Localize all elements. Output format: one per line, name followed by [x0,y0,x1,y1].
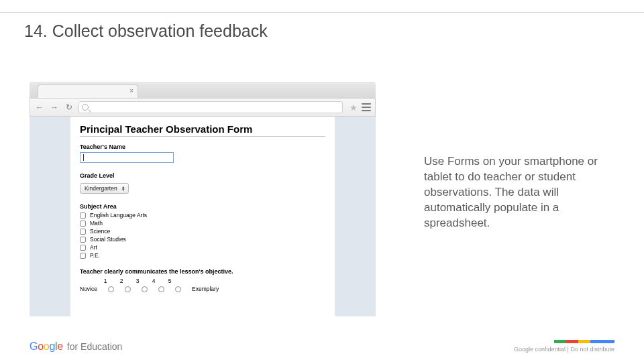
slide-body-text: Use Forms on your smartphone or tablet t… [424,154,612,231]
form-title: Principal Teacher Observation Form [80,123,325,135]
radio[interactable] [125,286,131,292]
checkbox-label: Social Studies [90,236,126,243]
subject-checklist: English Language Arts Math Science Socia… [80,212,325,259]
checkbox-label: P.E. [90,252,100,259]
forward-button[interactable]: → [49,102,60,113]
checkbox-label: Art [90,244,97,251]
slide-heading: 14. Collect observation feedback [24,21,268,41]
checkbox[interactable] [80,221,86,227]
question-objective-label: Teacher clearly communicates the lesson'… [80,268,325,275]
browser-tabbar: × [30,82,376,98]
brand-color-strip [514,340,614,343]
confidential-text: Google confidential | Do not distribute [514,346,614,353]
radio[interactable] [108,286,114,292]
reload-button[interactable]: ↻ [64,102,74,113]
list-item: Social Studies [80,236,325,243]
question-subject-area-label: Subject Area [80,203,325,210]
close-icon[interactable]: × [129,87,133,95]
browser-tab[interactable]: × [38,84,138,98]
scale-num: 5 [167,278,172,284]
list-item: Math [80,220,325,227]
browser-window: × ← → ↻ ★ Principal Teacher Observation … [30,82,376,316]
brand-suffix: for Education [67,341,123,352]
address-bar[interactable] [78,101,343,113]
scale-num: 2 [119,278,124,284]
google-logo: Google [30,341,63,353]
chevron-updown-icon: ▲▼ [121,186,125,191]
back-button[interactable]: ← [34,102,45,113]
scale-radios: Novice Exemplary [80,286,325,292]
checkbox-label: Math [90,220,103,227]
browser-toolbar: ← → ↻ ★ [30,98,376,117]
question-grade-level-label: Grade Level [80,172,325,179]
scale-num: 1 [103,278,108,284]
list-item: Art [80,244,325,251]
radio[interactable] [142,286,148,292]
checkbox[interactable] [80,245,86,251]
slide-footer: Google for Education Google confidential… [30,340,614,353]
checkbox-label: Science [90,228,110,235]
search-icon [82,104,89,111]
page-gutter-right [335,117,376,316]
form-page: Principal Teacher Observation Form Teach… [70,117,335,316]
checkbox-label: English Language Arts [90,212,147,219]
scale-numbers: 1 2 3 4 5 [103,278,325,284]
list-item: English Language Arts [80,212,325,219]
checkbox[interactable] [80,213,86,219]
radio[interactable] [175,286,181,292]
scale-num: 4 [151,278,156,284]
menu-icon[interactable] [362,103,371,111]
checkbox[interactable] [80,229,86,235]
google-for-education-logo: Google for Education [30,341,122,353]
scale-num: 3 [135,278,140,284]
question-teacher-name-label: Teacher's Name [80,143,325,150]
grade-level-value: Kindergarten [85,185,117,192]
grade-level-select[interactable]: Kindergarten ▲▼ [80,183,129,194]
checkbox[interactable] [80,253,86,259]
radio[interactable] [158,286,164,292]
list-item: P.E. [80,252,325,259]
scale-high-label: Exemplary [192,286,219,292]
bookmark-star-icon[interactable]: ★ [350,103,358,113]
teacher-name-field[interactable] [80,152,174,163]
scale-low-label: Novice [80,286,97,292]
checkbox[interactable] [80,237,86,243]
list-item: Science [80,228,325,235]
page-gutter-left [30,117,70,316]
